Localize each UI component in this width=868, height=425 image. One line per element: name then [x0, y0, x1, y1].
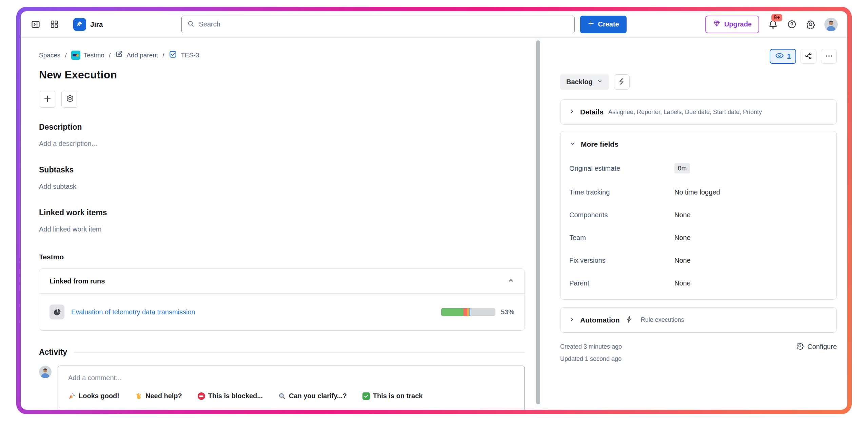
work-item-side-panel: 1 Backlog [541, 38, 847, 410]
comment-editor[interactable]: Add a comment... Looks good! [58, 366, 525, 410]
watchers-button[interactable]: 1 [770, 49, 796, 64]
description-heading: Description [39, 123, 525, 132]
description-placeholder[interactable]: Add a description... [39, 140, 525, 148]
linked-from-runs-header[interactable]: Linked from runs [39, 269, 525, 293]
field-row-time-tracking[interactable]: Time tracking No time logged [569, 188, 828, 196]
settings-button[interactable] [806, 19, 815, 29]
quick-reply-on-track[interactable]: This is on track [362, 392, 423, 400]
plus-icon [588, 20, 594, 29]
automation-shortcut-button[interactable] [614, 74, 630, 90]
lightning-icon [625, 315, 633, 325]
quick-reply-looks-good[interactable]: Looks good! [68, 392, 119, 400]
breadcrumb: Spaces / Testmo / Add parent / [39, 50, 525, 60]
create-button[interactable]: Create [580, 16, 626, 33]
breadcrumb-item-key[interactable]: TES-3 [169, 50, 199, 60]
run-progress [441, 308, 495, 316]
sidebar-toggle-button[interactable] [31, 20, 40, 29]
search-input[interactable] [199, 20, 569, 28]
sidebar-expand-icon [31, 20, 40, 29]
details-title: Details [580, 108, 604, 116]
check-mark-icon [362, 392, 370, 400]
top-navigation-bar: Jira Create [21, 11, 847, 38]
share-button[interactable] [801, 49, 816, 64]
hexagon-nut-icon [65, 94, 75, 104]
comment-placeholder[interactable]: Add a comment... [68, 374, 514, 382]
subtasks-heading: Subtasks [39, 165, 525, 174]
activity-divider [74, 352, 525, 353]
scrollbar-thumb[interactable] [536, 40, 540, 404]
field-row-components[interactable]: Components None [569, 211, 828, 219]
details-summary: Assignee, Reporter, Labels, Due date, St… [608, 109, 762, 116]
breadcrumb-project[interactable]: Testmo [71, 51, 104, 60]
run-row: Evaluation of telemetry data transmissio… [39, 293, 525, 330]
global-search[interactable] [181, 16, 575, 33]
work-item-main: Spaces / Testmo / Add parent / [21, 38, 535, 410]
gem-icon [713, 19, 721, 29]
jira-window: Jira Create [21, 11, 847, 410]
gear-icon [796, 342, 804, 352]
more-actions-button[interactable] [821, 49, 837, 64]
details-panel[interactable]: Details Assignee, Reporter, Labels, Due … [560, 99, 837, 125]
magnifying-glass-icon [278, 392, 286, 400]
progress-segment-failed [463, 308, 467, 316]
chevron-right-icon [569, 316, 575, 324]
updated-timestamp: Updated 1 second ago [560, 353, 622, 365]
add-button[interactable] [39, 91, 56, 108]
more-fields-header[interactable]: More fields [569, 140, 828, 148]
quick-reply-blocked[interactable]: This is blocked... [198, 392, 263, 400]
testmo-section-heading: Testmo [39, 253, 525, 261]
automation-panel[interactable]: Automation Rule executions [560, 307, 837, 333]
chevron-up-icon[interactable] [508, 277, 514, 285]
add-linked-work-item-button[interactable]: Add linked work item [39, 225, 525, 233]
page-title: New Execution [39, 69, 525, 81]
user-avatar[interactable] [824, 18, 838, 31]
chevron-down-icon [597, 78, 603, 86]
status-dropdown[interactable]: Backlog [560, 74, 609, 90]
pie-chart-icon [50, 304, 64, 319]
help-icon [787, 19, 797, 29]
notification-count-badge: 9+ [771, 14, 782, 21]
lightning-icon [618, 77, 626, 87]
add-subtask-button[interactable]: Add subtask [39, 183, 525, 190]
quick-reply-clarify[interactable]: Can you clarify...? [278, 392, 347, 400]
more-fields-panel: More fields Original estimate 0m Time tr… [560, 131, 837, 300]
watcher-count: 1 [787, 52, 791, 60]
field-row-parent[interactable]: Parent None [569, 279, 828, 287]
plus-icon [43, 94, 52, 104]
activity-heading: Activity [39, 348, 67, 357]
help-button[interactable] [787, 19, 797, 29]
jira-home-link[interactable]: Jira [73, 18, 103, 31]
linked-from-runs-card: Linked from runs Evaluation of telemetry… [39, 269, 525, 331]
automation-title: Automation [580, 316, 620, 324]
party-popper-icon [68, 392, 76, 400]
progress-segment-blocked [470, 308, 470, 316]
created-timestamp: Created 3 minutes ago [560, 340, 622, 353]
waving-hand-icon [135, 392, 142, 400]
comment-avatar[interactable] [39, 366, 52, 378]
run-link[interactable]: Evaluation of telemetry data transmissio… [71, 308, 195, 316]
quick-reply-need-help[interactable]: Need help? [135, 392, 182, 400]
share-icon [804, 52, 813, 61]
eye-icon [775, 51, 784, 62]
add-parent-button[interactable]: Add parent [115, 50, 158, 60]
linked-work-items-heading: Linked work items [39, 208, 525, 217]
jira-logo-icon [73, 18, 86, 31]
original-estimate-value[interactable]: 0m [674, 163, 690, 173]
field-row-original-estimate[interactable]: Original estimate 0m [569, 163, 828, 173]
breadcrumb-spaces[interactable]: Spaces [39, 52, 60, 59]
apps-button[interactable] [61, 91, 78, 108]
upgrade-button[interactable]: Upgrade [705, 16, 759, 33]
configure-button[interactable]: Configure [796, 342, 837, 352]
gradient-frame: Jira Create [16, 7, 852, 414]
field-row-team[interactable]: Team None [569, 234, 828, 242]
no-entry-icon [198, 392, 205, 400]
field-row-fix-versions[interactable]: Fix versions None [569, 257, 828, 264]
app-switcher-button[interactable] [50, 20, 59, 29]
vertical-scrollbar[interactable] [535, 38, 541, 410]
gear-icon [806, 19, 815, 29]
app-title: Jira [90, 20, 103, 29]
edit-icon [115, 50, 123, 60]
app-grid-icon [50, 20, 59, 29]
progress-segment-passed [441, 308, 463, 316]
quick-replies: Looks good! Need help? This is blocked [68, 392, 514, 400]
